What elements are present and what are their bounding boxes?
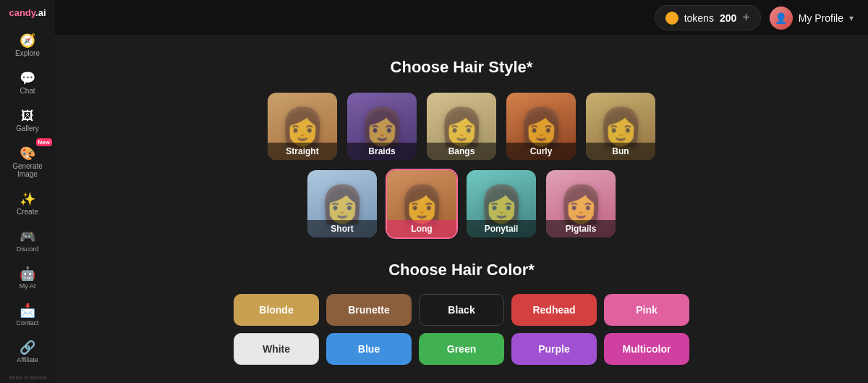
- hair-style-braids[interactable]: 👩 Braids: [346, 91, 418, 161]
- avatar: 👤: [770, 7, 793, 30]
- sidebar-item-gallery[interactable]: 🖼 Gallery: [4, 104, 51, 138]
- header: tokens 200 + 👤 My Profile ▾: [55, 0, 868, 36]
- hair-style-ponytail[interactable]: 👩 Ponytail: [465, 169, 537, 239]
- sidebar-item-generate[interactable]: New 🎨 GenerateImage: [4, 141, 51, 184]
- hair-style-straight[interactable]: 👩 Straight: [266, 91, 339, 161]
- create-icon: ✨: [20, 193, 35, 206]
- discord-icon: 🎮: [20, 230, 35, 243]
- chat-icon: 💬: [20, 72, 35, 85]
- sidebar-item-contact-label: Contact: [16, 319, 38, 327]
- sidebar-item-explore[interactable]: 🧭 Explore: [4, 28, 51, 63]
- sidebar-item-myai[interactable]: 🤖 My AI: [4, 261, 51, 295]
- hair-long-label: Long: [387, 220, 456, 237]
- hair-ponytail-label: Ponytail: [467, 220, 536, 237]
- sidebar-item-myai-label: My AI: [20, 282, 36, 290]
- token-pill: tokens 200 +: [655, 5, 761, 30]
- hair-pigtails-label: Pigtails: [546, 220, 616, 237]
- tokens-count: 200: [720, 12, 736, 24]
- myai-icon: 🤖: [20, 267, 35, 280]
- hair-braids-label: Braids: [347, 143, 417, 160]
- color-pink[interactable]: Pink: [604, 294, 689, 326]
- hair-style-bun[interactable]: 👩 Bun: [584, 91, 657, 161]
- hair-short-label: Short: [307, 220, 377, 237]
- color-redhead[interactable]: Redhead: [511, 294, 597, 326]
- hair-curly-label: Curly: [506, 143, 576, 160]
- sidebar-item-chat[interactable]: 💬 Chat: [4, 66, 51, 101]
- hair-color-title: Choose Hair Color*: [179, 261, 744, 279]
- hair-style-row-2: 👩 Short 👩 Long 👩 Ponytail 👩 Pigtails: [179, 169, 744, 239]
- sidebar-item-create[interactable]: ✨ Create: [4, 187, 51, 222]
- profile-name: My Profile: [799, 12, 843, 24]
- hair-style-grid: 👩 Straight 👩 Braids 👩 Bangs 👩 Curly 👩: [179, 91, 744, 239]
- hair-style-title: Choose Hair Style*: [179, 58, 744, 77]
- color-black[interactable]: Black: [419, 294, 504, 326]
- affiliate-icon: 🔗: [20, 341, 35, 354]
- hair-straight-label: Straight: [268, 143, 337, 160]
- hair-style-long[interactable]: 👩 Long: [386, 169, 458, 239]
- tokens-label: tokens: [684, 12, 714, 24]
- hair-style-short[interactable]: 👩 Short: [306, 169, 378, 239]
- sidebar-item-affiliate[interactable]: 🔗 Affiliate: [4, 335, 51, 369]
- sidebar-item-discord[interactable]: 🎮 Discord: [4, 224, 51, 258]
- color-multicolor[interactable]: Multicolor: [604, 333, 689, 365]
- sidebar-item-create-label: Create: [17, 208, 38, 216]
- generate-icon: 🎨: [20, 147, 35, 160]
- logo[interactable]: candy.ai: [9, 7, 46, 18]
- sidebar-item-chat-label: Chat: [20, 87, 35, 95]
- hair-bun-label: Bun: [586, 143, 655, 160]
- explore-icon: 🧭: [20, 34, 35, 47]
- profile-section[interactable]: 👤 My Profile ▾: [770, 7, 854, 30]
- hair-bangs-label: Bangs: [427, 143, 496, 160]
- sidebar-item-affiliate-label: Affiliate: [17, 356, 38, 363]
- hair-style-row-1: 👩 Straight 👩 Braids 👩 Bangs 👩 Curly 👩: [179, 91, 744, 161]
- color-blonde[interactable]: Blonde: [234, 294, 319, 326]
- new-badge: New: [36, 138, 52, 146]
- chevron-down-icon: ▾: [849, 13, 854, 23]
- hair-color-grid: Blonde Brunette Black Redhead Pink White…: [179, 294, 744, 365]
- contact-icon: 📩: [20, 304, 35, 317]
- color-white[interactable]: White: [234, 333, 319, 365]
- color-green[interactable]: Green: [419, 333, 504, 365]
- token-icon: [665, 12, 678, 25]
- sidebar-item-generate-label: GenerateImage: [12, 162, 43, 178]
- sidebar: candy.ai 🧭 Explore 💬 Chat 🖼 Gallery New …: [0, 0, 55, 383]
- sidebar-item-contact[interactable]: 📩 Contact: [4, 298, 51, 332]
- color-brunette[interactable]: Brunette: [326, 294, 412, 326]
- color-blue[interactable]: Blue: [326, 333, 412, 365]
- hair-style-pigtails[interactable]: 👩 Pigtails: [545, 169, 617, 239]
- color-purple[interactable]: Purple: [511, 333, 597, 365]
- terms-of-service[interactable]: Terms of Service: [6, 372, 49, 383]
- main-content: Choose Hair Style* 👩 Straight 👩 Braids 👩…: [55, 36, 868, 383]
- color-row-2: White Blue Green Purple Multicolor: [179, 333, 744, 365]
- add-tokens-button[interactable]: +: [742, 10, 750, 25]
- sidebar-item-explore-label: Explore: [15, 49, 40, 57]
- sidebar-item-discord-label: Discord: [17, 245, 39, 253]
- sidebar-item-gallery-label: Gallery: [16, 125, 39, 132]
- color-row-1: Blonde Brunette Black Redhead Pink: [179, 294, 744, 326]
- hair-style-curly[interactable]: 👩 Curly: [505, 91, 577, 161]
- gallery-icon: 🖼: [21, 109, 34, 122]
- hair-style-bangs[interactable]: 👩 Bangs: [425, 91, 498, 161]
